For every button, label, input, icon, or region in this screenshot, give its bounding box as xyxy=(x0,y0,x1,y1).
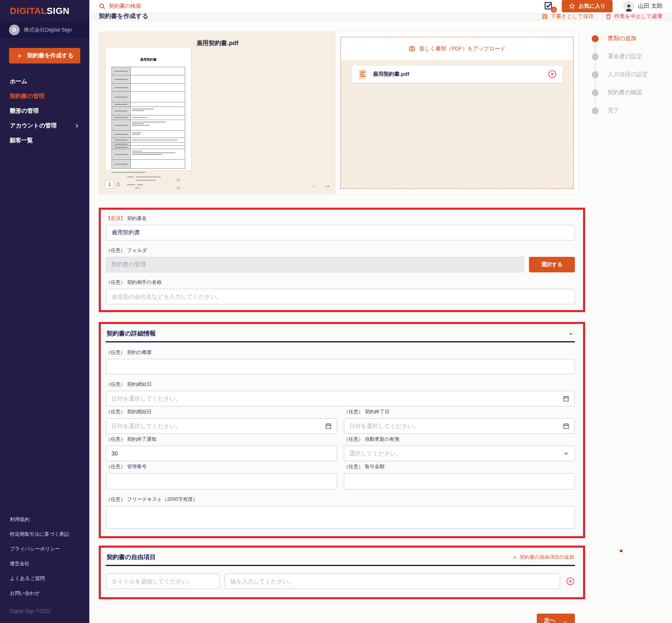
sidebar-item-templates[interactable]: 雛形の管理 xyxy=(0,104,89,118)
search-label: 契約書の検索 xyxy=(109,2,141,10)
add-free-item-label: 契約書の自由項目の追加 xyxy=(520,554,574,561)
folder-input xyxy=(106,257,524,272)
free-item-title-input[interactable] xyxy=(106,573,220,589)
brand-logo-part1: DIGITAL xyxy=(10,6,47,16)
save-icon xyxy=(542,13,548,20)
add-free-item-link[interactable]: ＋ 契約書の自由項目の追加 xyxy=(511,553,574,561)
partner-name-label: （任意） 契約相手の名称 xyxy=(106,279,575,286)
next-page-arrow-icon[interactable]: → xyxy=(324,181,331,190)
company-row: D 株式会社Digital Sign xyxy=(0,21,89,38)
auto-renew-select[interactable] xyxy=(344,446,575,461)
sidebar-item-label: 顧客一覧 xyxy=(10,137,33,144)
favorite-button[interactable]: お気に入り xyxy=(562,0,613,12)
optional-tag: （任意） xyxy=(106,279,125,286)
summary-label: （任意） 契約の概要 xyxy=(106,349,575,356)
remove-file-icon[interactable] xyxy=(548,70,557,79)
optional-tag: （任意） xyxy=(106,408,125,415)
label-text: 契約書名 xyxy=(127,215,147,222)
footer-link-contact[interactable]: お問い合わせ xyxy=(10,590,79,597)
upload-dropzone[interactable]: 新しく書類（PDF）をアップロード 雇用契約書.pdf xyxy=(341,37,574,189)
stray-red-dot xyxy=(620,550,622,552)
pdf-page-thumbnail: 雇用契約書 xyxy=(106,48,191,170)
upload-label: 新しく書類（PDF）をアップロード xyxy=(419,45,505,52)
end-notice-input[interactable] xyxy=(106,446,337,461)
chevron-right-icon xyxy=(74,123,79,129)
footer-link-company[interactable]: 運営会社 xyxy=(10,560,79,567)
save-draft-button[interactable]: 下書きとして保存 xyxy=(542,13,594,20)
partner-name-input[interactable] xyxy=(106,289,575,304)
admin-number-label: （任意） 管理番号 xyxy=(106,463,337,470)
optional-tag: （任意） xyxy=(106,496,125,503)
contract-search[interactable]: 契約書の検索 xyxy=(99,2,141,10)
step-dot xyxy=(592,35,599,42)
contract-name-input[interactable] xyxy=(106,225,575,240)
step-dot xyxy=(592,71,599,78)
label-text: 管理番号 xyxy=(127,463,147,470)
notification-badge: 2 xyxy=(551,7,557,13)
sidebar-item-customers[interactable]: 顧客一覧 xyxy=(0,133,89,148)
end-notice-label: （任意） 契約終了通知 xyxy=(106,436,337,443)
sidebar-item-home[interactable]: ホーム xyxy=(0,74,89,89)
next-button[interactable]: 次へ → xyxy=(537,614,575,623)
step-done: 完了 xyxy=(589,107,672,114)
user-menu[interactable]: 山田 太郎 xyxy=(623,1,663,12)
discard-button[interactable]: 作業を中止して破棄 xyxy=(605,13,663,20)
detail-section-title: 契約書の詳細情報 xyxy=(107,330,156,338)
sidebar-item-label: アカウントの管理 xyxy=(10,122,57,129)
folder-label: （任意） フォルダ xyxy=(106,247,575,254)
next-label: 次へ xyxy=(544,617,556,623)
document-panel: 雇用契約書.pdf 雇用契約書 xyxy=(99,32,579,194)
page-indicator: /1 xyxy=(105,180,120,189)
sidebar-item-contracts[interactable]: 契約書の管理 xyxy=(0,89,89,104)
create-contract-label: 契約書を作成する xyxy=(27,52,74,59)
conclusion-date-input[interactable] xyxy=(106,391,575,406)
footer-link-privacy[interactable]: プライバシーポリシー xyxy=(10,546,79,553)
step-add-documents: 書類の追加 xyxy=(589,35,672,42)
transaction-amount-input[interactable] xyxy=(344,473,575,489)
brand-logo: DIGITALSIGN xyxy=(0,0,89,21)
admin-number-input[interactable] xyxy=(106,473,337,489)
remove-free-item-icon[interactable] xyxy=(566,577,575,586)
page-number-input[interactable] xyxy=(105,180,114,189)
transaction-amount-label: （任意） 取引金額 xyxy=(344,463,575,470)
star-icon xyxy=(569,3,575,9)
sidebar-footer: 利用規約 特定商取引法に基づく表記 プライバシーポリシー 運営会社 よくあるご質… xyxy=(0,516,89,623)
footer-link-faq[interactable]: よくあるご質問 xyxy=(10,575,79,582)
basic-info-section: 【必須】 契約書名 （任意） フォルダ 選択する （任意） 契約相手の名称 xyxy=(99,208,585,312)
label-text: 契約終了日 xyxy=(365,408,390,415)
end-date-label: （任意） 契約終了日 xyxy=(344,408,575,415)
page-title: 契約書を作成する xyxy=(99,12,148,20)
step-signers: 署名者の設定 xyxy=(589,53,672,60)
step-label: 入力項目の設定 xyxy=(608,71,648,78)
prev-page-arrow-icon[interactable]: ← xyxy=(310,181,317,190)
create-contract-button[interactable]: ＋ 契約書を作成する xyxy=(9,48,80,63)
pdf-preview-pane: 雇用契約書.pdf 雇用契約書 xyxy=(99,32,336,194)
main-area: 契約書の検索 2 お気に入り 山田 太郎 xyxy=(89,0,672,623)
workspace: 雇用契約書.pdf 雇用契約書 xyxy=(99,32,672,194)
footer-link-terms[interactable]: 利用規約 xyxy=(10,516,79,523)
optional-tag: （任意） xyxy=(344,408,363,415)
summary-input[interactable] xyxy=(106,359,575,374)
sidebar-item-account[interactable]: アカウントの管理 xyxy=(0,118,89,133)
tasks-button[interactable]: 2 xyxy=(544,1,554,11)
plus-icon: ＋ xyxy=(16,51,23,61)
end-notice-field: （任意） 契約終了通知 xyxy=(106,434,337,461)
free-item-value-input[interactable] xyxy=(225,573,560,589)
mini-doc-title: 雇用契約書 xyxy=(111,57,185,62)
optional-tag: （任意） xyxy=(344,463,363,470)
optional-tag: （任意） xyxy=(106,349,125,356)
step-dot xyxy=(592,53,599,60)
footer-link-commerce-law[interactable]: 特定商取引法に基づく表記 xyxy=(10,531,79,538)
upload-action[interactable]: 新しく書類（PDF）をアップロード xyxy=(341,37,573,60)
folder-select-button[interactable]: 選択する xyxy=(529,257,575,272)
chevron-down-icon[interactable] xyxy=(568,331,574,337)
end-date-input[interactable] xyxy=(344,418,575,434)
label-text: 自動更新の有無 xyxy=(365,436,400,443)
start-date-input[interactable] xyxy=(106,418,337,434)
number-amount-row: （任意） 管理番号 （任意） 取引金額 xyxy=(106,461,575,489)
step-dot xyxy=(592,107,599,114)
sidebar: DIGITALSIGN D 株式会社Digital Sign ＋ 契約書を作成す… xyxy=(0,0,89,623)
free-item-row xyxy=(106,573,575,589)
company-avatar: D xyxy=(9,25,20,35)
freetext-input[interactable] xyxy=(106,506,575,529)
